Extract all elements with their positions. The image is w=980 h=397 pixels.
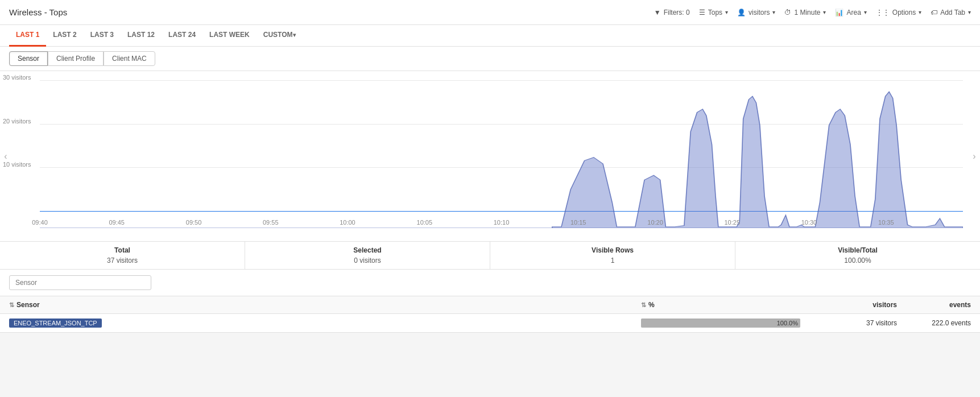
visitors-icon: 👤 <box>737 9 746 16</box>
progress-bar-container: 100.0% <box>641 319 800 328</box>
tab-last2[interactable]: LAST 2 <box>46 25 83 47</box>
options-icon: ⋮⋮ <box>876 9 890 16</box>
col-percent-header[interactable]: ⇅ % <box>641 301 812 309</box>
sort-icon: ⇅ <box>641 301 646 309</box>
col-visitors-cell: 37 visitors <box>812 319 897 327</box>
x-axis: 09:40 09:45 09:50 09:55 10:00 10:05 10:1… <box>40 211 963 228</box>
x-label-0950: 09:50 <box>186 219 202 226</box>
stat-visibletotal-label: Visible/Total <box>745 246 971 254</box>
x-label-1035: 10:35 <box>878 219 894 226</box>
col-sensor-cell: ENEO_STREAM_JSON_TCP <box>9 319 641 328</box>
tab-last24[interactable]: LAST 24 <box>162 25 202 47</box>
chart-svg: .area-fill { fill: rgba(100, 120, 200, 0… <box>40 80 963 228</box>
addtab-icon: 🏷 <box>931 9 937 16</box>
tab-custom[interactable]: CUSTOM ▾ <box>257 25 303 47</box>
stat-visibletotal-value: 100.00% <box>745 257 971 264</box>
sensor-tag: ENEO_STREAM_JSON_TCP <box>9 319 102 328</box>
subtab-sensor[interactable]: Sensor <box>9 51 48 66</box>
sort-icon: ⇅ <box>9 301 14 309</box>
tab-last3[interactable]: LAST 3 <box>84 25 121 47</box>
options-control[interactable]: ⋮⋮ Options ▾ <box>876 9 921 16</box>
chevron-down-icon: ▾ <box>293 32 296 38</box>
table-header-row: ⇅ Sensor ⇅ % visitors events <box>0 296 980 314</box>
subtab-clientprofile[interactable]: Client Profile <box>48 51 104 66</box>
tab-last12[interactable]: LAST 12 <box>121 25 162 47</box>
table-container: ⇅ Sensor ⇅ % visitors events ENEO_STREAM… <box>0 296 980 333</box>
search-input[interactable] <box>9 275 151 290</box>
col-events-header[interactable]: events <box>897 301 971 309</box>
x-label-1020: 10:20 <box>647 219 663 226</box>
search-bar <box>0 270 980 296</box>
page-title: Wireless - Tops <box>9 7 67 17</box>
chevron-down-icon: ▾ <box>919 9 921 15</box>
chevron-down-icon: ▾ <box>823 9 826 15</box>
table-row[interactable]: ENEO_STREAM_JSON_TCP 100.0% 37 visitors … <box>0 314 980 333</box>
tab-last1[interactable]: LAST 1 <box>9 25 46 47</box>
clock-icon: ⏱ <box>784 9 791 16</box>
filter-icon: ▼ <box>654 9 661 16</box>
col-sensor-header[interactable]: ⇅ Sensor <box>9 301 641 309</box>
progress-label: 100.0% <box>777 320 798 326</box>
chevron-down-icon: ▾ <box>725 9 728 15</box>
subtabs-bar: Sensor Client Profile Client MAC <box>0 47 980 71</box>
chart-container: ‹ › 30 visitors 20 visitors 10 visitors <box>0 71 980 242</box>
stat-selected-value: 0 visitors <box>254 257 481 264</box>
top-controls: ▼ Filters: 0 ☰ Tops ▾ 👤 visitors ▾ ⏱ 1 M… <box>654 9 971 16</box>
area-control[interactable]: 📊 Area ▾ <box>835 9 866 16</box>
y-label-20: 20 visitors <box>3 118 31 125</box>
tops-icon: ☰ <box>699 9 705 16</box>
x-label-1015: 10:15 <box>570 219 586 226</box>
stat-visiblerows-value: 1 <box>499 257 726 264</box>
x-label-1005: 10:05 <box>417 219 433 226</box>
interval-control[interactable]: ⏱ 1 Minute ▾ <box>784 9 826 16</box>
nav-arrow-right[interactable]: › <box>969 145 980 168</box>
col-percent-cell: 100.0% <box>641 319 812 328</box>
x-label-1010: 10:10 <box>494 219 510 226</box>
area-icon: 📊 <box>835 9 843 16</box>
col-visitors-header[interactable]: visitors <box>812 301 897 309</box>
chart-inner: 30 visitors 20 visitors 10 visitors .are… <box>40 80 963 228</box>
stat-visiblerows-label: Visible Rows <box>499 246 726 254</box>
chevron-down-icon: ▾ <box>772 9 775 15</box>
tab-lastweek[interactable]: LAST WEEK <box>202 25 257 47</box>
chevron-down-icon: ▾ <box>864 9 867 15</box>
addtab-control[interactable]: 🏷 Add Tab ▾ <box>931 9 971 16</box>
stat-total-value: 37 visitors <box>9 257 235 264</box>
x-label-0945: 09:45 <box>109 219 125 226</box>
stat-visiblerows: Visible Rows 1 <box>490 242 735 269</box>
tops-control[interactable]: ☰ Tops ▾ <box>699 9 728 16</box>
stat-total-label: Total <box>9 246 235 254</box>
filters-control[interactable]: ▼ Filters: 0 <box>654 9 690 16</box>
top-bar: Wireless - Tops ▼ Filters: 0 ☰ Tops ▾ 👤 … <box>0 0 980 25</box>
x-label-1030: 10:30 <box>801 219 817 226</box>
col-events-cell: 222.0 events <box>897 319 971 327</box>
stats-row: Total 37 visitors Selected 0 visitors Vi… <box>0 242 980 270</box>
x-label-1025: 10:25 <box>724 219 740 226</box>
stat-visibletotal: Visible/Total 100.00% <box>735 242 980 269</box>
stat-selected-label: Selected <box>254 246 481 254</box>
x-label-0940: 09:40 <box>32 219 48 226</box>
visitors-control[interactable]: 👤 visitors ▾ <box>737 9 775 16</box>
time-tabs-bar: LAST 1 LAST 2 LAST 3 LAST 12 LAST 24 LAS… <box>0 25 980 47</box>
x-label-1000: 10:00 <box>340 219 355 226</box>
nav-arrow-left[interactable]: ‹ <box>0 145 11 168</box>
subtab-clientmac[interactable]: Client MAC <box>104 51 155 66</box>
x-label-0955: 09:55 <box>263 219 279 226</box>
stat-total: Total 37 visitors <box>0 242 245 269</box>
y-label-30: 30 visitors <box>3 74 31 81</box>
chevron-down-icon: ▾ <box>968 9 971 15</box>
stat-selected: Selected 0 visitors <box>245 242 490 269</box>
